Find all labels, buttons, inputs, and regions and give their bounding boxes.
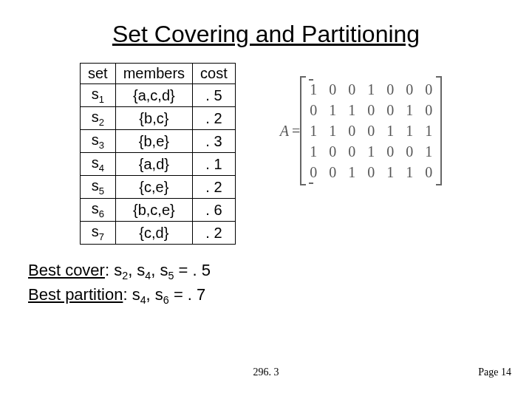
cell-cost: . 6 [193,199,236,222]
cell-members: {a,c,d} [115,84,192,107]
cell-cost: . 2 [193,176,236,199]
cell-members: {b,e} [115,130,192,153]
col-members: members [115,64,192,84]
matrix-bracket: 1001000 0110010 1100111 1001001 0010110 [300,76,442,185]
cell-cost: . 2 [193,107,236,130]
table-row: s2 {b,c} . 2 [81,107,236,130]
matrix-row: 1001000 [309,79,433,100]
cell-set: s4 [81,153,116,176]
cell-members: {c,e} [115,176,192,199]
cell-set: s1 [81,84,116,107]
matrix-equation: A = 1001000 0110010 1100111 1001001 0010… [280,76,443,185]
cell-cost: . 2 [193,222,236,245]
matrix-row: 1001001 [309,141,433,162]
best-cover-label: Best cover [28,261,105,279]
cell-set: s3 [81,130,116,153]
cell-members: {c,d} [115,222,192,245]
table-header-row: set members cost [81,64,236,84]
cell-cost: . 5 [193,84,236,107]
cell-cost: . 1 [193,153,236,176]
cell-set: s7 [81,222,116,245]
cell-members: {b,c,e} [115,199,192,222]
cell-set: s5 [81,176,116,199]
cell-set: s2 [81,107,116,130]
slide: Set Covering and Partitioning set member… [0,0,532,399]
matrix-row: 0010110 [309,162,433,183]
best-cover-line: Best cover: s2, s4, s5 = . 5 [28,259,532,284]
table-row: s6 {b,c,e} . 6 [81,199,236,222]
cell-members: {a,d} [115,153,192,176]
content-row: set members cost s1 {a,c,d} . 5 s2 {b,c}… [0,48,532,245]
equals-sign: = [292,123,300,140]
table-row: s1 {a,c,d} . 5 [81,84,236,107]
col-cost: cost [193,64,236,84]
footer-page-number: Page 14 [478,366,511,378]
table-row: s5 {c,e} . 2 [81,176,236,199]
table-row: s4 {a,d} . 1 [81,153,236,176]
cell-set: s6 [81,199,116,222]
best-partition-label: Best partition [28,285,123,304]
matrix-row: 1100111 [309,120,433,141]
sets-table: set members cost s1 {a,c,d} . 5 s2 {b,c}… [80,63,236,245]
matrix-row: 0110010 [309,100,433,120]
table-row: s3 {b,e} . 3 [81,130,236,153]
best-results: Best cover: s2, s4, s5 = . 5 Best partit… [28,259,532,307]
best-partition-line: Best partition: s4, s6 = . 7 [28,284,532,308]
table-row: s7 {c,d} . 2 [81,222,236,245]
footer-course-number: 296. 3 [0,366,532,378]
col-set: set [81,64,116,84]
matrix-lhs: A [280,123,289,140]
page-title: Set Covering and Partitioning [0,0,532,48]
cell-members: {b,c} [115,107,192,130]
cell-cost: . 3 [193,130,236,153]
